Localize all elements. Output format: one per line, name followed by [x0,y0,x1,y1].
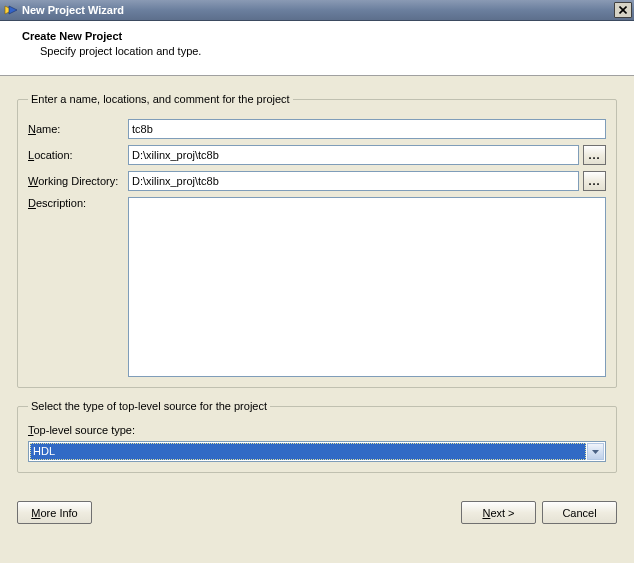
name-row: Name: [28,119,606,139]
svg-marker-4 [592,450,599,454]
source-type-dropdown[interactable]: HDL [28,441,606,462]
page-title: Create New Project [22,30,620,42]
close-icon [619,6,627,14]
source-type-selected: HDL [30,443,586,460]
location-input[interactable] [128,145,579,165]
app-icon [4,3,18,17]
description-input[interactable] [128,197,606,377]
location-row: Location: ... [28,145,606,165]
working-directory-label: Working Directory: [28,175,128,187]
close-button[interactable] [614,2,632,18]
description-row: Description: [28,197,606,377]
name-label: Name: [28,123,128,135]
location-browse-button[interactable]: ... [583,145,606,165]
window-title: New Project Wizard [22,4,614,16]
wizard-footer: More Info Next > Cancel [0,495,634,534]
working-directory-row: Working Directory: ... [28,171,606,191]
next-button[interactable]: Next > [461,501,536,524]
more-info-button[interactable]: More Info [17,501,92,524]
chevron-down-icon [587,443,604,460]
svg-marker-1 [9,6,17,14]
wizard-header: Create New Project Specify project locat… [0,21,634,76]
source-type-group: Select the type of top-level source for … [17,400,617,473]
working-directory-browse-button[interactable]: ... [583,171,606,191]
cancel-button[interactable]: Cancel [542,501,617,524]
wizard-body: Enter a name, locations, and comment for… [0,76,634,495]
location-label: Location: [28,149,128,161]
title-bar: New Project Wizard [0,0,634,21]
project-info-legend: Enter a name, locations, and comment for… [28,93,293,105]
project-info-group: Enter a name, locations, and comment for… [17,93,617,388]
source-type-label: Top-level source type: [28,424,606,436]
page-subtitle: Specify project location and type. [40,45,620,57]
source-type-legend: Select the type of top-level source for … [28,400,270,412]
description-label: Description: [28,197,128,209]
working-directory-input[interactable] [128,171,579,191]
name-input[interactable] [128,119,606,139]
